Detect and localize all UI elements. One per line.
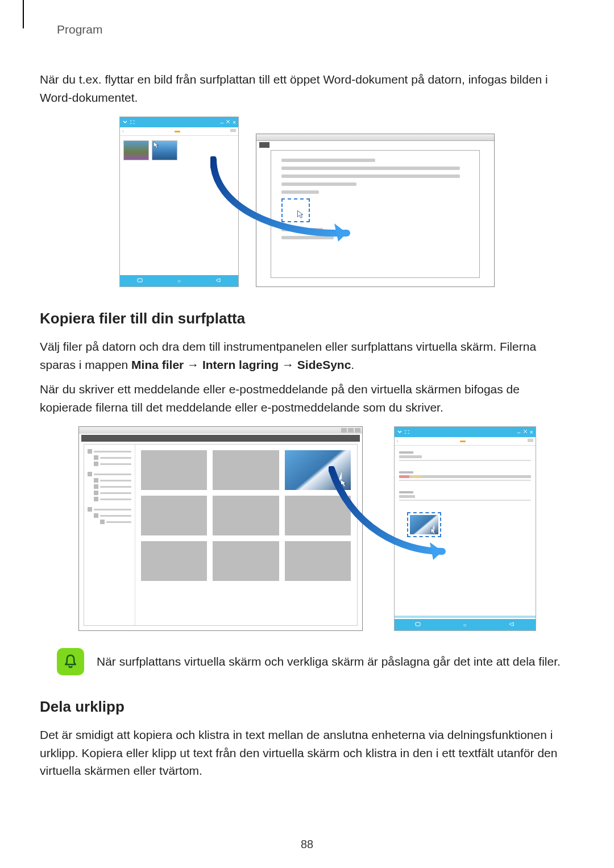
- note-text: När surfplattans virtuella skärm och ver…: [97, 653, 561, 671]
- recent-apps-icon: [415, 621, 421, 628]
- window-close-icon: [355, 428, 360, 433]
- hamburger-icon: [230, 129, 236, 134]
- file-thumb: [141, 450, 208, 490]
- back-chevron-icon: ‹: [397, 438, 399, 444]
- section1-para2: När du skriver ett meddelande eller e-po…: [40, 380, 574, 416]
- path-mina-filer: Mina filer: [131, 358, 184, 371]
- section2-para: Det är smidigt att kopiera och klistra i…: [40, 726, 574, 780]
- illustration-drag-to-tablet: ⛶ – × ‹: [40, 426, 574, 631]
- gallery-thumb-sky: [152, 140, 177, 160]
- path-sidesync: SideSync: [297, 358, 351, 371]
- desktop-explorer-window: [78, 426, 363, 631]
- period: .: [351, 358, 354, 371]
- back-icon: [509, 621, 515, 628]
- file-thumb: [141, 541, 208, 581]
- note-bell-icon: [57, 648, 84, 675]
- illustration-drag-to-word: ⛶ – × ‹: [40, 117, 574, 287]
- home-icon: ○: [463, 622, 466, 628]
- window-min-icon: [341, 428, 347, 433]
- header-program-label: Program: [57, 23, 574, 36]
- intro-paragraph: När du t.ex. flyttar en bild från surfpl…: [40, 70, 574, 106]
- file-thumb: [213, 450, 279, 490]
- drag-arrow-icon: [329, 466, 465, 580]
- arrow-sep-1: →: [184, 358, 202, 371]
- back-icon: [215, 277, 221, 284]
- arrow-sep-2: →: [279, 358, 297, 371]
- back-chevron-icon: ‹: [122, 128, 124, 134]
- path-intern-lagring: Intern lagring: [202, 358, 279, 371]
- titlebar-left-icons: ⛶: [397, 429, 409, 435]
- explorer-tree: [84, 445, 135, 625]
- toolbar-indicator: [460, 441, 466, 442]
- explorer-grid: [135, 445, 357, 625]
- drag-arrow-icon: [210, 156, 370, 259]
- titlebar-right-icons: – ×: [517, 429, 533, 435]
- file-thumb: [213, 541, 279, 581]
- window-max-icon: [348, 428, 354, 433]
- gallery-thumb-flower: [123, 140, 149, 160]
- titlebar-left-icons: ⛶: [122, 119, 135, 125]
- page-number: 88: [0, 838, 614, 851]
- toolbar-indicator: [175, 131, 180, 132]
- hamburger-icon: [528, 439, 533, 443]
- svg-rect-1: [416, 622, 420, 626]
- recent-apps-icon: [137, 277, 143, 284]
- file-thumb: [141, 496, 208, 535]
- svg-rect-0: [138, 279, 142, 282]
- home-icon: ○: [177, 278, 181, 284]
- margin-rule: [23, 0, 24, 28]
- section1-para1: Välj filer på datorn och dra dem till in…: [40, 338, 574, 373]
- file-thumb: [213, 496, 279, 535]
- heading-share-clipboard: Dela urklipp: [40, 698, 574, 716]
- heading-copy-files: Kopiera filer till din surfplatta: [40, 310, 574, 327]
- titlebar-right-icons: – ×: [221, 119, 236, 126]
